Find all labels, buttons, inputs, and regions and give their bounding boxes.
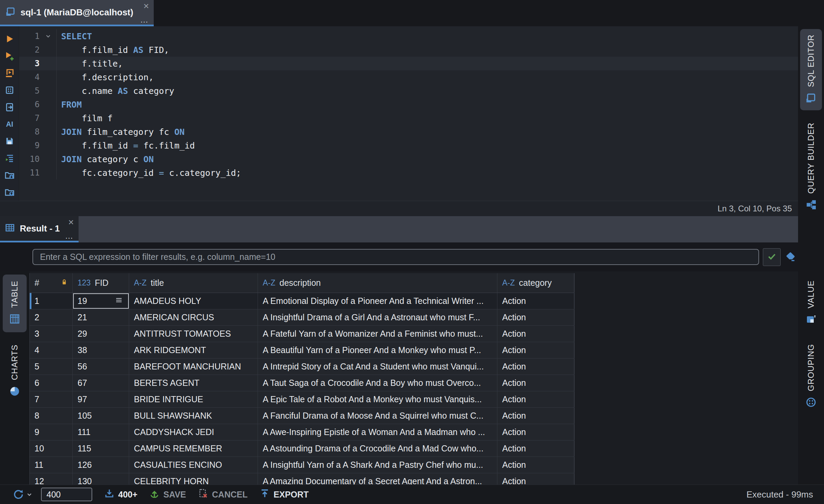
close-icon[interactable]: × [143,1,149,11]
code-line-3[interactable]: 3 f.title, [19,57,798,70]
rownum-cell[interactable]: 10 [30,440,73,457]
rail-tab-table[interactable]: TABLE [3,275,27,332]
code-line-8[interactable]: 8JOIN film_category fc ON [19,125,798,139]
rail-tab-sql-editor[interactable]: SQL EDITOR [800,29,822,110]
fetch-all-button[interactable]: 400+ [104,488,137,501]
code-line-2[interactable]: 2 f.film_id AS FID, [19,43,798,57]
fid-cell[interactable]: 56 [73,359,129,375]
category-cell[interactable]: Action [497,309,575,325]
description-cell[interactable]: A Amazing Documentary of a Secret Agent … [258,473,497,485]
title-cell[interactable]: CAMPUS REMEMBER [129,440,258,457]
fid-cell[interactable]: 126 [73,457,129,473]
column-header-FID[interactable]: 123FID [73,273,129,293]
column-header-description[interactable]: A-Zdescription [258,273,497,293]
load-script-icon[interactable] [2,167,17,184]
tab-sql-editor[interactable]: sql-1 (MariaDB@localhost) × … [0,0,154,26]
column-header-category[interactable]: A-Zcategory [497,273,575,293]
column-header-title[interactable]: A-Ztitle [129,273,258,293]
explain-plan-icon[interactable] [2,82,17,99]
fid-cell[interactable]: 111 [73,424,129,440]
code-line-6[interactable]: 6FROM [19,98,798,111]
title-cell[interactable]: BULL SHAWSHANK [129,408,258,424]
code-line-11[interactable]: 11 fc.category_id = c.category_id; [19,166,798,180]
category-cell[interactable]: Action [497,440,575,457]
save-script-as-icon[interactable] [2,184,17,201]
cancel-button[interactable]: CANCEL [198,488,248,501]
rownum-cell[interactable]: 3 [30,326,73,342]
tab-overflow-menu[interactable]: … [140,16,149,24]
rownum-cell[interactable]: 7 [30,391,73,407]
description-cell[interactable]: A Emotional Display of a Pioneer And a T… [258,293,497,309]
tab-result-1[interactable]: Result - 1 × … [0,216,79,242]
execute-sql-icon[interactable] [2,30,17,47]
fid-cell[interactable]: 105 [73,408,129,424]
rownum-cell[interactable]: 9 [30,424,73,440]
clear-filter-button[interactable] [785,251,796,264]
category-cell[interactable]: Action [497,342,575,358]
fid-cell[interactable]: 115 [73,440,129,457]
execution-log-icon[interactable] [2,150,17,167]
description-cell[interactable]: A Astounding Drama of a Crocodile And a … [258,440,497,457]
title-cell[interactable]: AMERICAN CIRCUS [129,309,258,325]
rownum-cell[interactable]: 8 [30,408,73,424]
save-file-icon[interactable] [2,132,17,150]
title-cell[interactable]: ARK RIDGEMONT [129,342,258,358]
fid-cell[interactable]: 97 [73,391,129,407]
rownum-cell[interactable]: 2 [30,309,73,325]
category-cell[interactable]: Action [497,375,575,391]
save-button[interactable]: SAVE [149,488,186,501]
cell-menu-icon[interactable] [114,296,124,306]
rownum-cell[interactable]: 5 [30,359,73,375]
description-cell[interactable]: A Taut Saga of a Crocodile And a Boy who… [258,375,497,391]
description-cell[interactable]: A Fateful Yarn of a Womanizer And a Femi… [258,326,497,342]
code-line-7[interactable]: 7 film f [19,111,798,125]
title-cell[interactable]: CASUALTIES ENCINO [129,457,258,473]
fid-cell[interactable]: 19 [73,293,129,309]
code-line-4[interactable]: 4 f.description, [19,70,798,84]
code-pane[interactable]: 1SELECT2 f.film_id AS FID,3 f.title,4 f.… [19,26,798,201]
code-line-1[interactable]: 1SELECT [19,29,798,43]
title-cell[interactable]: AMADEUS HOLY [129,293,258,309]
row-limit-input[interactable] [41,488,92,501]
title-cell[interactable]: ANTITRUST TOMATOES [129,326,258,342]
ai-assistant-icon[interactable]: AI [2,116,17,133]
category-cell[interactable]: Action [497,473,575,485]
description-cell[interactable]: A Intrepid Story of a Cat And a Student … [258,359,497,375]
chevron-down-icon[interactable] [26,491,33,498]
title-cell[interactable]: CELEBRITY HORN [129,473,258,485]
rail-tab-query-builder[interactable]: QUERY BUILDER [800,117,822,217]
export-from-query-icon[interactable] [2,99,17,116]
fid-cell[interactable]: 38 [73,342,129,358]
description-cell[interactable]: A Beautiful Yarn of a Pioneer And a Monk… [258,342,497,358]
execute-script-icon[interactable] [2,65,17,82]
filter-input[interactable] [32,249,759,265]
rownum-cell[interactable]: 11 [30,457,73,473]
rownum-header[interactable]: # [30,273,73,293]
apply-filter-button[interactable] [763,248,781,266]
code-line-9[interactable]: 9 f.film_id = fc.film_id [19,139,798,152]
code-line-10[interactable]: 10JOIN category c ON [19,152,798,166]
category-cell[interactable]: Action [497,293,575,309]
category-cell[interactable]: Action [497,424,575,440]
description-cell[interactable]: A Insightful Drama of a Girl And a Astro… [258,309,497,325]
description-cell[interactable]: A Epic Tale of a Robot And a Monkey who … [258,391,497,407]
fid-cell[interactable]: 21 [73,309,129,325]
title-cell[interactable]: BRIDE INTRIGUE [129,391,258,407]
rownum-cell[interactable]: 6 [30,375,73,391]
category-cell[interactable]: Action [497,359,575,375]
execute-new-tab-icon[interactable] [2,47,17,65]
rail-tab-value[interactable]: VALUE [800,275,822,332]
category-cell[interactable]: Action [497,408,575,424]
title-cell[interactable]: BERETS AGENT [129,375,258,391]
description-cell[interactable]: A Insightful Yarn of a A Shark And a Pas… [258,457,497,473]
category-cell[interactable]: Action [497,391,575,407]
tab-overflow-menu[interactable]: … [65,232,74,240]
rail-tab-charts[interactable]: CHARTS [3,338,27,404]
fid-cell[interactable]: 67 [73,375,129,391]
export-button[interactable]: EXPORT [259,488,309,501]
rownum-cell[interactable]: 4 [30,342,73,358]
rownum-cell[interactable]: 1 [30,293,73,309]
category-cell[interactable]: Action [497,457,575,473]
fid-cell[interactable]: 29 [73,326,129,342]
rail-tab-grouping[interactable]: GROUPING [800,338,822,415]
